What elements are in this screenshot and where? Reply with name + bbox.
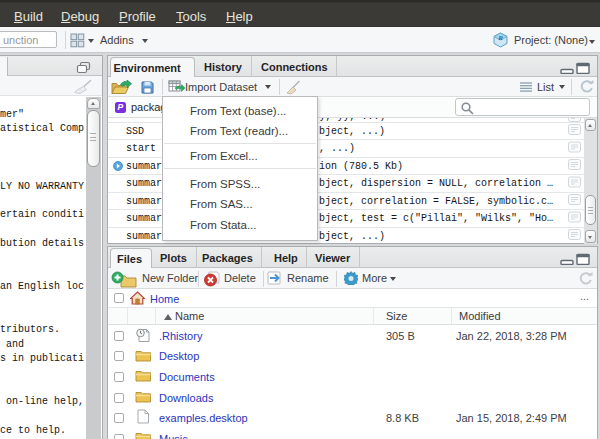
svg-text:R: R bbox=[497, 34, 503, 42]
